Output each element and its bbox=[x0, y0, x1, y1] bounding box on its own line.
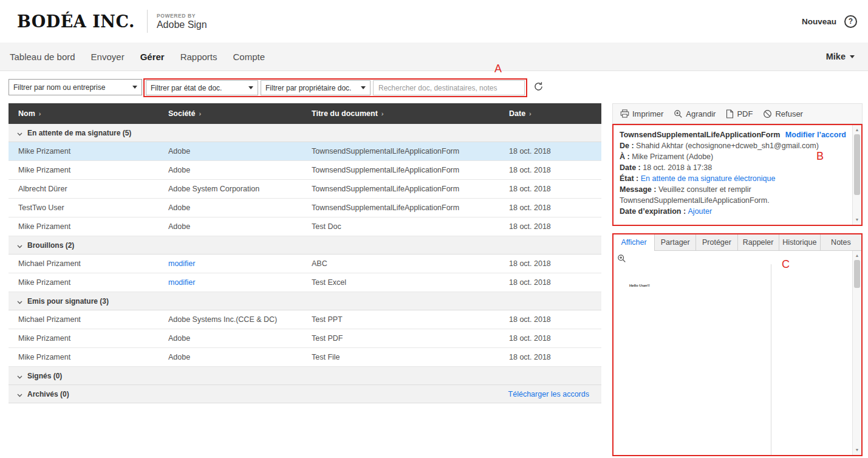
scroll-down-icon[interactable]: ▼ bbox=[853, 217, 861, 223]
table-row[interactable]: Mike PrizamentAdobeTest File18 oct. 2018 bbox=[9, 348, 601, 367]
scroll-down-icon[interactable]: ▼ bbox=[853, 447, 861, 453]
tab-compte[interactable]: Compte bbox=[233, 52, 265, 62]
cell-date: 18 oct. 2018 bbox=[509, 315, 601, 324]
sort-chevron-icon: › bbox=[381, 110, 384, 117]
table-row[interactable]: Albrecht DürerAdobe System CorporationTo… bbox=[9, 180, 601, 199]
new-button[interactable]: Nouveau bbox=[802, 17, 836, 26]
section-header[interactable]: Archivés (0)Télécharger les accords bbox=[9, 385, 601, 403]
imprimer-button[interactable]: Imprimer bbox=[620, 109, 663, 118]
cell-date: 18 oct. 2018 bbox=[509, 222, 601, 231]
detail-tab-notes[interactable]: Notes bbox=[821, 234, 861, 250]
zoom-in-icon[interactable] bbox=[617, 254, 626, 263]
cell-date: 18 oct. 2018 bbox=[509, 203, 601, 212]
section-header[interactable]: En attente de ma signature (5) bbox=[9, 124, 601, 142]
document-info: TownsendSupplementalLifeApplicationForm … bbox=[613, 125, 852, 225]
detail-tab-partager[interactable]: Partager bbox=[655, 234, 696, 250]
cell-company: Adobe bbox=[168, 147, 312, 156]
search-input[interactable] bbox=[373, 80, 525, 95]
field-label: À : bbox=[620, 152, 632, 161]
cell-company: Adobe System Corporation bbox=[168, 185, 312, 193]
preview-scrollbar[interactable]: ▲ ▼ bbox=[852, 251, 861, 455]
cell-company: Adobe bbox=[168, 166, 312, 174]
column-header-societe[interactable]: Société› bbox=[168, 109, 312, 118]
help-icon[interactable]: ? bbox=[844, 15, 857, 28]
filter-doc-state-select[interactable]: Filtrer par état de doc. bbox=[146, 80, 258, 95]
table-row[interactable]: TestTwo UserAdobeTownsendSupplementalLif… bbox=[9, 199, 601, 217]
document-preview: Hello User!! ▲ ▼ bbox=[613, 251, 861, 455]
tab-envoyer[interactable]: Envoyer bbox=[91, 52, 125, 62]
section-header[interactable]: Signés (0) bbox=[9, 367, 601, 385]
table-row[interactable]: Mike PrizamentAdobeTownsendSupplementalL… bbox=[9, 142, 601, 161]
refuser-button[interactable]: Refuser bbox=[763, 109, 803, 118]
detail-tab-afficher[interactable]: Afficher bbox=[613, 234, 655, 250]
section-header[interactable]: Emis pour signature (3) bbox=[9, 292, 601, 310]
modify-link[interactable]: modifier bbox=[168, 259, 195, 268]
cell-name: Mike Prizament bbox=[9, 147, 168, 156]
scroll-up-icon[interactable]: ▲ bbox=[853, 127, 861, 133]
section-title: Emis pour signature (3) bbox=[27, 297, 109, 306]
cell-title: Test Excel bbox=[312, 278, 509, 287]
scroll-thumb[interactable] bbox=[854, 134, 860, 195]
pdf-icon bbox=[726, 109, 734, 118]
printer-icon bbox=[620, 109, 629, 118]
table-row[interactable]: Mike PrizamentAdobeTest PDF18 oct. 2018 bbox=[9, 329, 601, 348]
column-header-titre[interactable]: Titre du document› bbox=[312, 109, 509, 118]
detail-tab-rappeler[interactable]: Rappeler bbox=[738, 234, 779, 250]
powered-by-label: POWERED BY bbox=[157, 13, 207, 19]
field-label: Date : bbox=[620, 163, 643, 172]
chevron-down-icon bbox=[850, 55, 855, 58]
document-title: TownsendSupplementalLifeApplicationForm bbox=[620, 131, 780, 139]
cell-date: 18 oct. 2018 bbox=[509, 353, 601, 361]
scroll-up-icon[interactable]: ▲ bbox=[853, 253, 861, 259]
section-title: Archivés (0) bbox=[27, 390, 69, 398]
tab-gerer[interactable]: Gérer bbox=[140, 52, 165, 62]
download-agreements-link[interactable]: Télécharger les accords bbox=[508, 390, 589, 398]
column-header-nom[interactable]: Nom› bbox=[9, 109, 168, 118]
scroll-thumb[interactable] bbox=[854, 260, 860, 288]
chevron-down-icon bbox=[17, 128, 22, 138]
agrandir-button[interactable]: Agrandir bbox=[674, 109, 716, 118]
user-menu[interactable]: Mike bbox=[826, 52, 855, 61]
refuse-icon bbox=[763, 109, 772, 118]
detail-tab-proteger[interactable]: Protéger bbox=[696, 234, 737, 250]
filter-name-company-select[interactable]: Filtrer par nom ou entreprise bbox=[9, 79, 142, 95]
pdf-button[interactable]: PDF bbox=[726, 109, 753, 118]
document-title-line: TownsendSupplementalLifeApplicationForm … bbox=[620, 129, 850, 140]
tab-rapports[interactable]: Rapports bbox=[180, 52, 217, 62]
table-row[interactable]: Michael PrizamentAdobe Systems Inc.(CCE … bbox=[9, 310, 601, 329]
cell-title: TownsendSupplementalLifeApplicationForm bbox=[312, 203, 509, 212]
field-expiration: Date d’expiration : Ajouter bbox=[620, 206, 850, 217]
detail-tab-historique[interactable]: Historique bbox=[779, 234, 821, 250]
sort-chevron-icon: › bbox=[529, 110, 531, 117]
cell-name: Mike Prizament bbox=[9, 278, 168, 287]
field-expiration-link[interactable]: Ajouter bbox=[688, 207, 713, 216]
filter-doc-state-label: Filtrer par état de doc. bbox=[151, 84, 222, 92]
cell-title: Test PPT bbox=[312, 315, 509, 324]
table-row[interactable]: Mike PrizamentmodifierTest Excel18 oct. … bbox=[9, 273, 601, 292]
table-row[interactable]: Mike PrizamentAdobeTest Doc18 oct. 2018 bbox=[9, 217, 601, 236]
modify-link[interactable]: modifier bbox=[168, 278, 195, 287]
preview-text: Hello User!! bbox=[629, 284, 650, 287]
edit-agreement-link[interactable]: Modifier l’accord bbox=[785, 131, 846, 139]
refresh-icon[interactable] bbox=[533, 81, 544, 92]
info-scrollbar[interactable]: ▲ ▼ bbox=[852, 125, 861, 225]
column-header-date[interactable]: Date› bbox=[509, 109, 601, 118]
table-row[interactable]: Mike PrizamentAdobeTownsendSupplementalL… bbox=[9, 161, 601, 180]
cell-title: Test Doc bbox=[312, 222, 509, 231]
cell-company: Adobe bbox=[168, 203, 312, 212]
cell-date: 18 oct. 2018 bbox=[509, 259, 601, 268]
section-title: Signés (0) bbox=[27, 372, 62, 380]
annotation-letter-b: B bbox=[816, 150, 824, 163]
chevron-down-icon bbox=[132, 86, 137, 89]
filter-doc-owner-select[interactable]: Filtrer par propriétaire doc. bbox=[261, 80, 371, 95]
header-divider bbox=[147, 10, 148, 33]
annotation-box-a: Filtrer par état de doc. Filtrer par pro… bbox=[143, 78, 527, 97]
page: BODÉA INC. POWERED BY Adobe Sign Nouveau… bbox=[0, 0, 868, 458]
field-etat-link[interactable]: En attente de ma signature électronique bbox=[641, 174, 776, 183]
tab-tableau-de-bord[interactable]: Tableau de bord bbox=[10, 52, 75, 62]
filter-bar: Filtrer par nom ou entreprise Filtrer pa… bbox=[0, 72, 868, 103]
cell-name: Mike Prizament bbox=[9, 166, 168, 174]
table-row[interactable]: Michael PrizamentmodifierABC18 oct. 2018 bbox=[9, 255, 601, 273]
field-label: Date d’expiration : bbox=[620, 207, 688, 216]
section-header[interactable]: Brouillons (2) bbox=[9, 236, 601, 255]
